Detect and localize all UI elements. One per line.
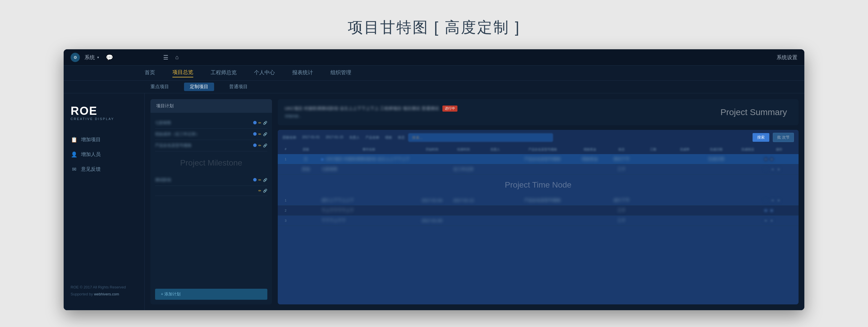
roe-logo-text: ROE — [71, 105, 97, 116]
action-button[interactable]: 批 次节 — [773, 133, 794, 142]
nav-item-reports[interactable]: 报表统计 — [292, 69, 313, 77]
milestone-row-2: 初始成本（近三年记录） ✏ 🔗 — [155, 129, 267, 140]
expand-icon[interactable]: ▶ — [321, 157, 324, 161]
milestone-row-3-text: 产品全名及型号规格 — [155, 143, 253, 148]
hamburger-icon[interactable]: ☰ — [163, 54, 168, 61]
milestone-panel: 项目计划 七彩销售 ✏ 🔗 初始成本（近三年记录） — [151, 99, 272, 304]
col-num: # — [281, 147, 290, 152]
col-actions: 操作 — [764, 147, 795, 152]
col-product: 产品全名及型号规格 — [511, 147, 574, 152]
delete-action-icon-5[interactable]: ✕ — [769, 218, 774, 223]
cell-reward-1: 绩效奖金 — [574, 157, 606, 162]
cell-name-1: ▶ UKC项目 对接联调测试阶段 业主上上下下上下 — [321, 157, 416, 162]
edit-action-icon-4[interactable]: ✏ — [764, 208, 768, 213]
timenode-toolbar: 层级名称 2017-01-01 2017-01-15 负责人 产品名称 绩效 状… — [278, 130, 799, 145]
col-owner: 负责人 — [479, 147, 511, 152]
add-milestone-button[interactable]: + 添加计划 — [155, 289, 267, 300]
summary-badge: 进行中 — [442, 106, 458, 112]
delete-action-icon-4[interactable]: ✕ — [769, 208, 774, 213]
nav-item-home[interactable]: 首页 — [145, 69, 155, 77]
milestone-row-4: 测试阶段 ✏ 🔗 — [155, 174, 267, 186]
sub-tab-focus[interactable]: 重点项目 — [145, 83, 175, 91]
cell-product-2: 产品全名及型号规格 — [511, 198, 574, 203]
status-red-icon — [764, 167, 768, 172]
milestone-row-3-icons: ✏ 🔗 — [253, 143, 267, 147]
cell-actions-1: ✏ ✕ — [764, 157, 795, 161]
delete-action-icon[interactable]: ✕ — [769, 157, 774, 161]
feedback-icon: ✉ — [71, 166, 78, 172]
cell-status-2: 进行下节 — [606, 198, 637, 203]
cell-name-3: 下上下下下下上下 — [321, 208, 416, 213]
cell-name-2: 进行上下下上上下 — [321, 198, 416, 203]
summary-panel: UKC项目 对接联调测试阶段 业主上上下下上下上 工程师项目 项目测试 普通测试… — [278, 99, 799, 125]
delete-action-icon-3[interactable]: ✕ — [776, 198, 781, 202]
link-icon-2[interactable]: 🔗 — [263, 132, 267, 136]
cell-status-1: 测试下节 — [606, 157, 637, 162]
milestone-header: 项目计划 — [151, 99, 272, 113]
edit-icon-5[interactable]: ✏ — [258, 189, 261, 193]
cell-actions-4: ✏ ✕ — [764, 218, 795, 223]
settings-label[interactable]: 系统设置 — [777, 54, 797, 61]
top-bar: ⚙ 系统 ▾ 💬 ☰ ⌂ 系统设置 — [64, 49, 804, 65]
sidebar-item-add-project-label: 增加项目 — [81, 136, 101, 143]
col-rate: 完成率 — [669, 147, 701, 152]
cell-actions-3: ✏ ✕ — [764, 208, 795, 213]
edit-action-icon-5[interactable]: ✏ — [764, 218, 768, 223]
nav-item-org[interactable]: 组织管理 — [331, 69, 351, 77]
milestone-row-1-text: 七彩销售 — [155, 120, 253, 126]
sub-tab-normal[interactable]: 普通项目 — [223, 83, 253, 91]
sidebar: ROE CREATIVE DISPLAY 📋 增加项目 👤 增加人员 ✉ 意见反… — [64, 93, 145, 310]
edit-action-icon-3[interactable]: ✏ — [771, 198, 775, 202]
timenode-overlay-label: Project Time Node — [278, 174, 799, 195]
status-dot-icon-4 — [253, 178, 257, 182]
add-project-icon: 📋 — [71, 137, 78, 143]
link-icon-5[interactable]: 🔗 — [263, 189, 267, 193]
nav-item-personal[interactable]: 个人中心 — [254, 69, 275, 77]
col-name: 事件名称 — [321, 147, 416, 152]
cell-end-sub1: 近三年记录 — [448, 167, 479, 172]
add-member-icon: 👤 — [71, 151, 78, 158]
edit-icon-3[interactable]: ✏ — [258, 143, 261, 147]
roe-logo: ROE CREATIVE DISPLAY — [71, 105, 114, 120]
link-icon[interactable]: 🔗 — [263, 121, 267, 125]
cell-date-1: 完成日期 — [701, 157, 732, 162]
delete-action-icon-2[interactable]: ✕ — [776, 167, 781, 172]
sidebar-item-feedback[interactable]: ✉ 意见反馈 — [64, 162, 144, 176]
nav-item-engineers[interactable]: 工程师总览 — [211, 69, 237, 77]
cell-level-1: 主 — [290, 157, 321, 162]
edit-action-icon-2[interactable]: ✏ — [771, 167, 775, 172]
home-icon[interactable]: ⌂ — [175, 54, 179, 61]
system-dropdown-icon[interactable]: ▾ — [97, 55, 99, 59]
support-text: Supported by webhivers.com — [71, 291, 137, 297]
top-bar-right: 系统设置 — [777, 54, 797, 61]
logo-area: ROE CREATIVE DISPLAY — [64, 99, 144, 129]
search-button[interactable]: 搜索 — [752, 133, 769, 142]
link-icon-4[interactable]: 🔗 — [263, 178, 267, 182]
cell-start-2: 2017-01-04 — [416, 198, 448, 202]
sidebar-item-add-project[interactable]: 📋 增加项目 — [64, 132, 144, 147]
sidebar-footer: ROE © 2017 All Rights Reserved Supported… — [64, 277, 144, 304]
cell-start-4: 2017-01-05 — [416, 218, 448, 223]
edit-icon-2[interactable]: ✏ — [258, 132, 261, 136]
link-icon-3[interactable]: 🔗 — [263, 143, 267, 147]
sub-tab-custom[interactable]: 定制项目 — [184, 83, 214, 91]
table-row-3: 2 下上下下下下上下 工子 — [278, 206, 799, 216]
cell-num-3: 2 — [281, 209, 290, 212]
col-situation: 完成情况 — [732, 147, 764, 152]
edit-action-icon[interactable]: ✏ — [764, 157, 768, 161]
table-row-2: 1 进行上下下上上下 2017-01-04 2017-01-12 产品全名及型号… — [278, 195, 799, 206]
sidebar-item-add-member[interactable]: 👤 增加人员 — [64, 147, 144, 162]
cell-status-4: 工子 — [606, 218, 637, 223]
search-input[interactable] — [408, 133, 553, 142]
cell-actions-2: ✏ ✕ — [764, 198, 795, 202]
edit-icon-4[interactable]: ✏ — [258, 178, 261, 182]
support-link[interactable]: webhivers.com — [94, 292, 119, 296]
edit-icon[interactable]: ✏ — [258, 121, 261, 125]
message-icon[interactable]: 💬 — [106, 54, 113, 61]
system-label: 系统 — [85, 54, 95, 61]
nav-item-projects[interactable]: 项目总览 — [173, 69, 193, 77]
app-window: ⚙ 系统 ▾ 💬 ☰ ⌂ 系统设置 首页 项目总览 工程师总览 个人中心 报表统… — [64, 49, 804, 310]
cell-product-1: 产品全名及型号规格 — [511, 157, 574, 162]
summary-content: UKC项目 对接联调测试阶段 业主上上下下上下上 工程师项目 项目测试 普通测试… — [285, 106, 792, 119]
sidebar-menu: 📋 增加项目 👤 增加人员 ✉ 意见反馈 — [64, 129, 144, 180]
